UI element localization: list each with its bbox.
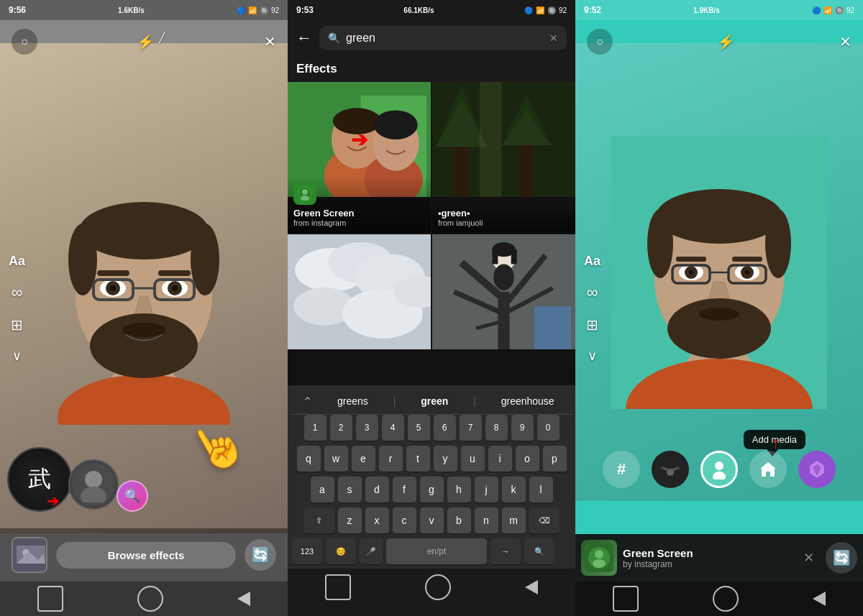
key-v[interactable]: v <box>420 507 444 535</box>
key-3[interactable]: 3 <box>356 415 378 442</box>
right-more-tools[interactable]: ∨ <box>584 347 601 363</box>
key-d[interactable]: d <box>365 477 389 504</box>
browse-effects-button[interactable]: Browse effects <box>56 542 236 569</box>
effect-tree-girl[interactable] <box>432 234 575 385</box>
gallery-thumbnail[interactable] <box>12 537 47 573</box>
key-y[interactable]: y <box>434 446 457 473</box>
key-s[interactable]: s <box>338 477 362 504</box>
key-7[interactable]: 7 <box>460 415 482 442</box>
key-e[interactable]: e <box>352 446 375 473</box>
layout-tool[interactable]: ⊞ <box>9 316 25 333</box>
search-clear-button[interactable]: ✕ <box>549 32 558 44</box>
key-emoji[interactable]: 😊 <box>326 538 356 566</box>
key-i[interactable]: i <box>488 446 512 473</box>
svg-point-70 <box>765 209 791 278</box>
key-q[interactable]: q <box>297 446 321 473</box>
key-0[interactable]: 0 <box>537 415 560 442</box>
key-n[interactable]: n <box>475 507 498 535</box>
suggestion-greenhouse[interactable]: greenhouse <box>496 392 560 410</box>
key-h[interactable]: h <box>447 477 471 504</box>
suggestion-greens[interactable]: greens <box>332 392 374 410</box>
search-input[interactable]: green <box>346 32 544 45</box>
key-u[interactable]: u <box>461 446 485 473</box>
svg-point-91 <box>595 550 603 558</box>
suggestion-green[interactable]: green <box>415 392 454 410</box>
key-numbers[interactable]: 123 <box>292 538 322 566</box>
key-8[interactable]: 8 <box>485 415 508 442</box>
camera-switch-button[interactable]: 🔄 <box>245 539 276 571</box>
center-nav-home[interactable] <box>425 574 451 600</box>
key-k[interactable]: k <box>502 477 526 504</box>
right-close-button[interactable]: ✕ <box>839 33 851 50</box>
search-bar: ← 🔍 green ✕ <box>288 20 575 56</box>
key-shift[interactable]: ⇧ <box>304 507 334 535</box>
effect-thumb-forest <box>432 82 575 197</box>
search-input-wrapper[interactable]: 🔍 green ✕ <box>319 26 567 50</box>
key-mic[interactable]: 🎤 <box>360 538 383 566</box>
right-boomerang-tool[interactable]: ∞ <box>584 282 601 301</box>
center-nav-square[interactable] <box>325 574 351 600</box>
effect-green-screen[interactable]: ➔ Green Screen from instagram <box>288 82 431 233</box>
key-t[interactable]: t <box>406 446 430 473</box>
nav-home-button[interactable] <box>137 586 163 612</box>
add-button-circle[interactable]: 🔍 <box>117 480 148 512</box>
gem-button[interactable] <box>798 451 836 488</box>
nav-back-button[interactable] <box>237 592 250 606</box>
gs-info: Green Screen by instagram <box>623 547 792 569</box>
right-settings-button[interactable]: ○ <box>587 29 613 55</box>
qwerty-row: q w e r t y u i o p <box>291 446 572 473</box>
number-row: 1 2 3 4 5 6 7 8 9 0 <box>291 415 572 442</box>
key-return[interactable]: → <box>490 538 521 566</box>
key-b[interactable]: b <box>447 507 471 535</box>
key-g[interactable]: g <box>420 477 444 504</box>
key-2[interactable]: 2 <box>330 415 352 442</box>
gs-close-button[interactable]: ✕ <box>798 547 820 569</box>
text-tool[interactable]: Aa <box>9 253 25 268</box>
flash-off-button[interactable]: ⚡ ╱ <box>137 33 165 50</box>
key-m[interactable]: m <box>502 507 526 535</box>
more-tools[interactable]: ∨ <box>9 347 25 363</box>
key-search[interactable]: 🔍 <box>524 538 554 566</box>
hashtag-button[interactable]: # <box>603 451 640 488</box>
close-button[interactable]: ✕ <box>264 33 276 50</box>
key-o[interactable]: o <box>516 446 539 473</box>
key-p[interactable]: p <box>543 446 567 473</box>
svg-rect-71 <box>676 257 706 262</box>
center-nav-back[interactable] <box>525 580 538 594</box>
key-space[interactable]: en/pt <box>386 538 487 566</box>
key-6[interactable]: 6 <box>434 415 456 442</box>
key-1[interactable]: 1 <box>304 415 327 442</box>
right-text-tool[interactable]: Aa <box>584 253 601 268</box>
left-time: 9:56 <box>9 5 26 15</box>
person-effect-button[interactable] <box>700 451 738 488</box>
key-4[interactable]: 4 <box>382 415 404 442</box>
add-effect-button[interactable]: 🔍 <box>117 480 148 512</box>
bat-button[interactable] <box>652 451 689 488</box>
key-r[interactable]: r <box>379 446 403 473</box>
right-layout-tool[interactable]: ⊞ <box>584 316 601 333</box>
key-5[interactable]: 5 <box>408 415 430 442</box>
key-z[interactable]: z <box>338 507 362 535</box>
key-backspace[interactable]: ⌫ <box>529 507 560 535</box>
key-w[interactable]: w <box>324 446 348 473</box>
key-c[interactable]: c <box>393 507 416 535</box>
key-a[interactable]: a <box>311 477 334 504</box>
home-button[interactable] <box>749 451 787 488</box>
gs-camera-switch[interactable]: 🔄 <box>826 542 857 574</box>
settings-button[interactable]: ○ <box>12 29 37 55</box>
back-button[interactable]: ← <box>296 29 312 47</box>
nav-square-button[interactable] <box>37 586 63 612</box>
right-flash-off-button[interactable]: ⚡ <box>717 33 735 50</box>
key-l[interactable]: l <box>529 477 553 504</box>
boomerang-tool[interactable]: ∞ <box>9 282 25 301</box>
effect-green-forest[interactable]: •green• from iamjuoli <box>432 82 575 233</box>
right-nav-home[interactable] <box>713 586 739 612</box>
effect-clouds[interactable] <box>288 234 431 385</box>
right-nav-square[interactable] <box>613 586 639 612</box>
key-f[interactable]: f <box>393 477 416 504</box>
key-9[interactable]: 9 <box>511 415 534 442</box>
right-nav-back[interactable] <box>813 592 826 606</box>
effect-overlay-forest: •green• from iamjuoli <box>432 202 575 233</box>
key-x[interactable]: x <box>365 507 389 535</box>
key-j[interactable]: j <box>475 477 498 504</box>
